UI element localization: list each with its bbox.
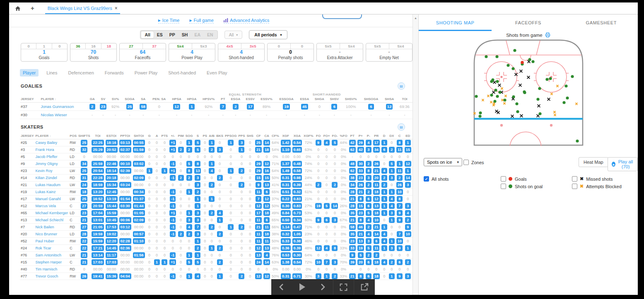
view-tab-power-play[interactable]: Power Play (132, 69, 161, 77)
column-header-cf[interactable]: CF (254, 133, 263, 139)
strength-option-en[interactable]: EN (204, 31, 217, 38)
column-header-player[interactable]: PLAYER ↕ (40, 96, 87, 103)
shot-on-goal[interactable] (495, 55, 498, 58)
player-link[interactable]: Manuel Ganahl (35, 196, 69, 203)
shot-on-goal[interactable] (576, 139, 579, 142)
view-tab-player[interactable]: Player (20, 69, 39, 77)
player-link[interactable]: Kilian Zündel (35, 175, 69, 182)
home-icon[interactable] (15, 6, 21, 11)
next-button[interactable] (312, 279, 333, 295)
column-header-soga[interactable]: SOGA (122, 96, 137, 103)
shot-on-goal[interactable] (511, 67, 514, 70)
fullscreen-button[interactable] (333, 279, 354, 295)
column-header-ed[interactable]: ED (404, 133, 412, 139)
player-link[interactable]: Trevor Gooch (35, 273, 69, 280)
shot-on-goal[interactable] (490, 80, 493, 83)
previous-button[interactable] (271, 279, 292, 295)
shot-on-goal[interactable] (523, 91, 526, 94)
advanced-analytics-link[interactable]: Advanced Analytics (224, 18, 269, 24)
shot-on-goal[interactable] (494, 89, 497, 91)
column-header-hpsa[interactable]: HPSA (169, 96, 184, 103)
shot-goal[interactable] (521, 61, 524, 64)
column-header-sa[interactable]: SA (137, 96, 149, 103)
column-header-pt[interactable]: PT (348, 133, 357, 139)
column-header-essv[interactable]: ESSV (243, 96, 258, 103)
shot-on-goal[interactable] (515, 102, 518, 105)
column-header-sv[interactable]: SV (97, 96, 109, 103)
column-header-p-[interactable]: P- (365, 133, 372, 139)
column-header-toi[interactable]: TOI (91, 133, 104, 139)
scope-dropdown[interactable]: All ▾ (224, 31, 243, 39)
active-game-tab[interactable]: Black Wings Linz VS Graz99ers × (45, 2, 120, 14)
column-header-s[interactable]: S (193, 133, 202, 139)
strength-option-all[interactable]: All (141, 31, 153, 38)
column-header-cf-[interactable]: CF% (271, 133, 280, 139)
column-header-jersey[interactable]: JERSEY (20, 133, 35, 139)
goals-checkbox[interactable]: Goals (501, 176, 527, 182)
shot-on-goal[interactable] (545, 78, 548, 81)
column-header-dx[interactable]: DX (388, 133, 396, 139)
shot-on-goal[interactable] (496, 95, 499, 98)
column-header-fo-[interactable]: FO- (330, 133, 339, 139)
shot-on-goal[interactable] (566, 96, 569, 99)
view-tab-defencemen[interactable]: Defencemen (65, 69, 96, 77)
scroll-up-icon[interactable]: ▲ (413, 14, 418, 19)
shot-on-goal[interactable] (507, 64, 509, 67)
shot-on-goal[interactable] (571, 75, 574, 78)
column-header-xga[interactable]: XGA (292, 133, 303, 139)
player-link[interactable]: Nicolas Wieser (40, 111, 87, 119)
shot-on-goal[interactable] (496, 80, 499, 83)
column-header-pr[interactable]: PR (372, 133, 381, 139)
shot-on-goal[interactable] (516, 110, 519, 113)
column-header-shsa[interactable]: SHSA (382, 96, 397, 103)
play-button[interactable] (292, 279, 313, 295)
column-header-player[interactable]: PLAYER ↕ (35, 133, 69, 139)
player-link[interactable]: Nico Brunner (35, 231, 69, 238)
attempts-blocked-checkbox[interactable]: ✖ Attempts Blocked (572, 184, 622, 189)
player-link[interactable]: Marcus Vela (35, 203, 69, 210)
ice-time-link[interactable]: ▶ Ice Time (158, 18, 180, 24)
skaters-columns-icon[interactable]: ▤ (398, 123, 405, 131)
player-link[interactable]: Lukas Kainz (35, 189, 69, 196)
column-header-a-b[interactable]: A/B (208, 133, 215, 139)
column-header-sog[interactable]: SOG (185, 133, 194, 139)
column-header-a[interactable]: A (153, 133, 161, 139)
shot-on-goal[interactable] (493, 100, 496, 103)
shots-on-goal-checkbox[interactable]: Shots on goal (501, 184, 543, 189)
column-header-shsv[interactable]: SHSV (327, 96, 342, 103)
view-tab-lines[interactable]: Lines (43, 69, 60, 77)
collapsed-top-button[interactable] (322, 14, 362, 19)
player-link[interactable]: Paul Huber (35, 238, 69, 245)
column-header-essoga[interactable]: ESSOGA (276, 96, 297, 103)
column-header-sv-[interactable]: SV% (109, 96, 122, 103)
column-header-shsoga[interactable]: SHSOGA (360, 96, 382, 103)
column-header-xgf[interactable]: XGF (280, 133, 292, 139)
column-header-jersey[interactable]: JERSEY (20, 96, 40, 103)
column-header-ppsog[interactable]: PPSOG (224, 133, 237, 139)
shot-on-goal[interactable] (512, 95, 515, 98)
column-header-d[interactable]: D (381, 133, 388, 139)
periods-dropdown[interactable]: All periods ▾ (249, 30, 287, 39)
player-link[interactable]: Stephen Harper (35, 259, 69, 266)
shot-on-goal[interactable] (531, 60, 534, 63)
player-link[interactable]: Michael Kernberger (35, 210, 69, 217)
shot-on-goal[interactable] (564, 84, 567, 87)
view-tab-even-play[interactable]: Even Play (204, 69, 230, 77)
missed-shots-checkbox[interactable]: ✖ Missed shots (572, 176, 613, 182)
column-header--fo[interactable]: %FO (339, 133, 348, 139)
strength-option-pp[interactable]: PP (166, 31, 178, 38)
shot-on-goal[interactable] (536, 98, 539, 100)
shot-on-goal[interactable] (490, 93, 493, 96)
column-header-bks[interactable]: BKS (215, 133, 224, 139)
shot-on-goal[interactable] (538, 87, 541, 90)
player-link[interactable]: Rok Ticar (35, 245, 69, 252)
player-link[interactable]: Jimmy Oligny (35, 160, 69, 167)
shot-on-goal[interactable] (479, 111, 482, 114)
shot-on-goal[interactable] (478, 115, 481, 117)
shot-on-goal[interactable] (513, 49, 516, 52)
player-link[interactable]: Frank Hora (35, 146, 69, 153)
column-header-xgf-[interactable]: XGF% (303, 133, 314, 139)
shot-on-goal[interactable] (538, 112, 541, 115)
strength-option-ea[interactable]: EA (191, 31, 204, 38)
shot-on-goal[interactable] (475, 95, 478, 98)
